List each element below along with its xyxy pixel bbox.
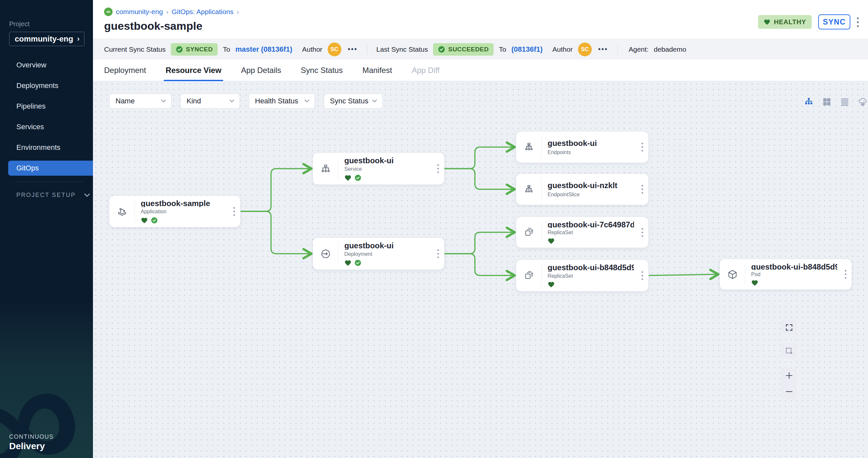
- project-setup-toggle[interactable]: PROJECT SETUP: [17, 192, 93, 199]
- health-status-badge: HEALTHY: [758, 15, 812, 29]
- filter-label: Name: [116, 97, 135, 105]
- resource-node-rs2[interactable]: guestbook-ui-b848d5d9dReplicaSet: [516, 259, 649, 292]
- commit-more-button[interactable]: •••: [598, 45, 608, 53]
- author-label: Author: [302, 45, 322, 53]
- node-kebab-menu[interactable]: [228, 196, 240, 227]
- breadcrumb-project-link[interactable]: community-eng: [116, 8, 163, 16]
- marquee-zoom-button[interactable]: [781, 343, 797, 359]
- brand-continuous: CONTINUOUS: [9, 433, 54, 440]
- current-ref-link[interactable]: master (08136f1): [235, 45, 292, 54]
- node-kind: Pod: [751, 271, 837, 277]
- resource-node-pod[interactable]: guestbook-ui-b848d5d9...Pod: [719, 259, 852, 290]
- node-status-icons: [751, 280, 837, 286]
- service-icon: [313, 157, 338, 180]
- succeeded-pill-label: SUCCEEDED: [448, 46, 489, 53]
- resource-view-canvas[interactable]: NameKindHealth StatusSync Status guestbo…: [93, 81, 868, 458]
- page-title: guestbook-sample: [104, 20, 868, 32]
- to-label: To: [499, 45, 506, 53]
- edge-deploy-to-rs1: [444, 232, 514, 254]
- chevron-down-icon: [84, 193, 90, 197]
- resource-node-rs1[interactable]: guestbook-ui-7c64987dc9ReplicaSet: [516, 217, 649, 248]
- filter-label: Kind: [187, 97, 201, 105]
- project-label: Project: [9, 20, 85, 28]
- heart-icon: [764, 19, 771, 25]
- check-circle-icon: [438, 46, 445, 53]
- filter-sync-status[interactable]: Sync Status: [324, 94, 382, 109]
- author-avatar: SC: [578, 42, 592, 56]
- fullscreen-button[interactable]: [781, 320, 797, 335]
- node-kebab-menu[interactable]: [839, 259, 851, 290]
- sidebar-item-environments[interactable]: Environments: [0, 137, 93, 158]
- tree-view-icon[interactable]: [804, 97, 814, 107]
- chevron-down-icon: [161, 99, 166, 103]
- zoom-in-button[interactable]: [781, 368, 797, 383]
- node-kebab-menu[interactable]: [432, 153, 444, 185]
- sync-status-bar: Current Sync Status SYNCED To master (08…: [93, 39, 868, 60]
- node-kebab-menu[interactable]: [432, 238, 444, 269]
- succeeded-pill: SUCCEEDED: [433, 43, 494, 56]
- tab-sync-status[interactable]: Sync Status: [301, 60, 343, 81]
- sidebar-item-gitops[interactable]: GitOps: [8, 161, 93, 176]
- view-mode-toolbar: [804, 97, 868, 107]
- divider: [367, 44, 367, 55]
- synced-pill: SYNCED: [171, 43, 218, 56]
- grid-view-icon[interactable]: [822, 97, 832, 107]
- breadcrumb-separator: ›: [237, 8, 239, 16]
- project-selector[interactable]: community-eng ›: [9, 32, 85, 46]
- resource-node-ep[interactable]: guestbook-uiEndpoints: [516, 131, 649, 163]
- sidebar-item-overview[interactable]: Overview: [0, 55, 93, 75]
- tab-manifest[interactable]: Manifest: [362, 60, 392, 81]
- chevron-down-icon: [229, 99, 234, 103]
- node-kebab-menu[interactable]: [636, 174, 648, 205]
- fullscreen-icon: [785, 323, 794, 332]
- sidebar-item-services[interactable]: Services: [0, 117, 93, 137]
- cloud-view-icon[interactable]: [858, 97, 868, 107]
- plus-icon: [785, 371, 794, 380]
- sidebar-divider: [17, 182, 83, 182]
- sync-button[interactable]: SYNC: [818, 14, 850, 29]
- sidebar: ∞ Project community-eng › OverviewDeploy…: [0, 0, 93, 458]
- healthy-heart-icon: [141, 217, 148, 224]
- project-setup-label: PROJECT SETUP: [17, 192, 75, 199]
- node-kebab-menu[interactable]: [636, 260, 648, 291]
- resource-node-app[interactable]: guestbook-sampleApplication: [109, 195, 241, 227]
- page-kebab-menu[interactable]: [857, 15, 860, 29]
- node-kind: ReplicaSet: [548, 273, 634, 279]
- tab-app-diff[interactable]: App Diff: [412, 60, 440, 81]
- node-kebab-menu[interactable]: [636, 217, 648, 248]
- node-body: guestbook-sampleApplication: [135, 196, 228, 227]
- filter-name[interactable]: Name: [109, 94, 172, 109]
- zoom-out-button[interactable]: [781, 384, 797, 399]
- sidebar-item-deployments[interactable]: Deployments: [0, 75, 93, 96]
- edge-app-to-svc: [241, 169, 311, 212]
- filter-bar: NameKindHealth StatusSync Status: [109, 94, 382, 109]
- zoom-control: [781, 367, 797, 399]
- resource-node-deploy[interactable]: guestbook-uiDeployment: [313, 237, 444, 270]
- tab-deployment[interactable]: Deployment: [104, 60, 146, 81]
- filter-health-status[interactable]: Health Status: [249, 94, 315, 109]
- tab-app-details[interactable]: App Details: [241, 60, 281, 81]
- healthy-heart-icon: [548, 238, 555, 244]
- node-kebab-menu[interactable]: [636, 132, 648, 163]
- breadcrumb-applications-link[interactable]: GitOps: Applications: [172, 8, 234, 16]
- commit-more-button[interactable]: •••: [348, 45, 358, 53]
- tab-resource-view[interactable]: Resource View: [165, 60, 221, 81]
- filter-kind[interactable]: Kind: [180, 94, 240, 109]
- sidebar-item-pipelines[interactable]: Pipelines: [0, 96, 93, 117]
- node-name: guestbook-ui: [548, 139, 634, 148]
- edge-svc-to-ep: [444, 147, 514, 169]
- node-body: guestbook-ui-nzkltEndpointSlice: [542, 174, 636, 205]
- list-view-icon[interactable]: [840, 97, 850, 107]
- deployment-icon: [313, 242, 338, 265]
- synced-pill-label: SYNCED: [186, 46, 213, 53]
- resource-node-eps[interactable]: guestbook-ui-nzkltEndpointSlice: [516, 173, 649, 205]
- brand-delivery: Delivery: [9, 441, 54, 452]
- minus-icon: [785, 387, 794, 396]
- synced-check-icon: [354, 174, 361, 181]
- breadcrumb-separator: ›: [166, 8, 168, 16]
- resource-node-svc[interactable]: guestbook-uiService: [313, 153, 444, 185]
- node-kind: Deployment: [344, 251, 430, 257]
- last-sync-label: Last Sync Status: [376, 45, 428, 53]
- marquee-selection-icon: [785, 347, 794, 355]
- last-ref-link[interactable]: (08136f1): [511, 45, 542, 54]
